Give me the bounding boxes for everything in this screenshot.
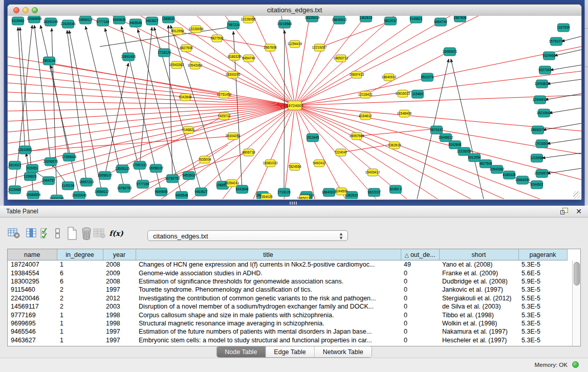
tab-network-table[interactable]: Network Table xyxy=(314,346,372,357)
table-cell[interactable]: 5.9E-5 xyxy=(518,277,567,286)
table-cell[interactable]: 1998 xyxy=(103,319,136,327)
table-cell[interactable]: 1 xyxy=(57,260,103,269)
table-cell[interactable]: 5.3E-5 xyxy=(518,311,567,319)
citation-edge-red[interactable] xyxy=(365,53,447,95)
table-cell[interactable]: Wolkin et al. (1998) xyxy=(439,319,518,327)
citation-edge-red[interactable] xyxy=(253,16,295,105)
table-cell[interactable]: Tibbo et al. (1998) xyxy=(439,311,518,319)
column-header-name[interactable]: name xyxy=(8,249,57,260)
citation-edge-red[interactable] xyxy=(8,65,295,105)
table-cell[interactable]: 1 xyxy=(57,311,103,319)
row-height-button[interactable] xyxy=(51,226,64,240)
table-cell[interactable]: 1997 xyxy=(103,286,136,294)
tab-node-table[interactable]: Node Table xyxy=(216,346,265,357)
citation-edge-red[interactable] xyxy=(113,16,295,105)
citation-edge-red[interactable] xyxy=(295,16,366,105)
table-cell[interactable]: 9115460 xyxy=(8,286,57,294)
table-cell[interactable]: 0 xyxy=(401,277,439,286)
column-header-out_de[interactable]: △out_de... xyxy=(401,249,439,260)
column-header-in_degree[interactable]: in_degree xyxy=(57,249,103,260)
table-cell[interactable]: 2 xyxy=(57,302,103,311)
table-cell[interactable]: Embryonic stem cells: a model to study s… xyxy=(136,336,401,344)
table-cell[interactable]: 0 xyxy=(401,294,439,302)
table-cell[interactable]: 9463627 xyxy=(8,336,57,344)
tab-edge-table[interactable]: Edge Table xyxy=(265,346,314,357)
table-cell[interactable]: 9699695 xyxy=(8,319,57,327)
table-cell[interactable]: Tourette syndrome. Phenomenology and cla… xyxy=(136,286,401,294)
table-cell[interactable]: Stergiakouli et al. (2012) xyxy=(439,294,518,302)
citation-edge-black[interactable] xyxy=(547,79,581,84)
table-cell[interactable]: Estimation of the future numbers of pati… xyxy=(136,327,401,336)
citation-edge-red[interactable] xyxy=(295,16,338,105)
citation-edge-black[interactable] xyxy=(168,25,172,179)
table-selector-dropdown[interactable]: citations_edges.txt ▲▼ xyxy=(147,230,348,241)
table-cell[interactable]: Estimation of significance thresholds fo… xyxy=(136,277,401,286)
citation-edge-black[interactable] xyxy=(549,108,581,113)
citation-edge-red[interactable] xyxy=(284,105,295,199)
table-cell[interactable]: 9465546 xyxy=(8,327,57,336)
column-header-title[interactable]: title xyxy=(136,249,401,260)
table-cell[interactable]: 0 xyxy=(401,311,439,319)
attribute-table[interactable]: namein_degreeyeartitle△out_de...shortpag… xyxy=(8,249,568,344)
table-cell[interactable]: 18724007 xyxy=(8,260,57,269)
citation-edge-black[interactable] xyxy=(105,63,128,176)
citation-edge-red[interactable] xyxy=(295,16,478,105)
table-cell[interactable]: 0 xyxy=(401,336,439,344)
table-cell[interactable]: 0 xyxy=(401,319,439,327)
table-cell[interactable]: 19384554 xyxy=(8,269,57,277)
table-row[interactable]: 946554611997Estimation of the future num… xyxy=(8,327,567,336)
create-new-column-button[interactable] xyxy=(66,226,79,240)
citation-edge-black[interactable] xyxy=(547,168,581,173)
table-row[interactable]: 1456911722003Disruption of a novel membe… xyxy=(8,302,567,311)
table-cell[interactable]: Genome-wide association studies in ADHD. xyxy=(136,269,401,277)
citation-edge-black[interactable] xyxy=(51,65,69,157)
table-cell[interactable]: 1 xyxy=(57,327,103,336)
table-cell[interactable]: 6 xyxy=(57,269,103,277)
table-row[interactable]: 1872400712008Changes of HCN gene express… xyxy=(8,260,567,269)
network-window-titlebar[interactable]: citations_edges.txt xyxy=(8,5,581,16)
table-settings-button[interactable] xyxy=(7,226,20,240)
table-cell[interactable]: Hescheler et al. (1997) xyxy=(439,336,518,344)
table-cell[interactable]: 5.3E-5 xyxy=(518,302,567,311)
citation-edge-black[interactable] xyxy=(545,94,581,100)
table-row[interactable]: 1938455462009Genome-wide association stu… xyxy=(8,269,567,277)
table-cell[interactable]: 1997 xyxy=(103,336,136,344)
float-panel-icon[interactable] xyxy=(560,208,568,214)
split-pane-grip[interactable] xyxy=(290,202,298,205)
table-cell[interactable]: Franke et al. (2009) xyxy=(439,269,518,277)
table-cell[interactable]: Disruption of a novel member of a sodium… xyxy=(136,302,401,311)
table-cell[interactable]: Investigating the contribution of common… xyxy=(136,294,401,302)
table-row[interactable]: 969969511998Structural magnetic resonanc… xyxy=(8,319,567,327)
citation-edge-black[interactable] xyxy=(543,123,581,130)
table-cell[interactable]: 6 xyxy=(57,277,103,286)
table-row[interactable]: 911546021997Tourette syndrome. Phenomeno… xyxy=(8,286,567,294)
citation-edge-red[interactable] xyxy=(253,105,295,199)
table-cell[interactable]: 1997 xyxy=(103,327,136,336)
table-cell[interactable]: 22420046 xyxy=(8,294,57,302)
table-cell[interactable]: Nakamura et al. (1997) xyxy=(439,327,518,336)
citation-edge-red[interactable] xyxy=(8,105,295,111)
table-cell[interactable]: 5.3E-5 xyxy=(518,319,567,327)
scrollbar-thumb[interactable] xyxy=(574,262,580,286)
table-cell[interactable]: 0 xyxy=(401,286,439,294)
table-row[interactable]: 977716911998Corpus callosum shape and si… xyxy=(8,311,567,319)
table-cell[interactable]: 2 xyxy=(57,286,103,294)
function-builder-button[interactable]: f(x) xyxy=(110,226,123,240)
table-cell[interactable]: 2008 xyxy=(103,260,136,269)
citation-edge-black[interactable] xyxy=(561,36,581,41)
citation-edge-red[interactable] xyxy=(295,105,540,199)
table-cell[interactable]: 0 xyxy=(401,302,439,311)
table-cell[interactable]: Dudbridge et al. (2008) xyxy=(439,277,518,286)
citation-edge-black[interactable] xyxy=(554,50,581,56)
table-cell[interactable]: Changes of HCN gene expression and I(f) … xyxy=(136,260,401,269)
table-cell[interactable]: 5.3E-5 xyxy=(518,260,567,269)
citation-edge-red[interactable] xyxy=(295,105,471,199)
citation-edge-red[interactable] xyxy=(28,136,233,151)
table-cell[interactable]: 2003 xyxy=(103,302,136,311)
citation-edge-black[interactable] xyxy=(451,59,484,199)
citation-edge-red[interactable] xyxy=(341,144,393,152)
citation-edge-red[interactable] xyxy=(8,74,295,105)
column-header-year[interactable]: year xyxy=(103,249,136,260)
table-cell[interactable]: 5.3E-5 xyxy=(518,336,567,344)
table-cell[interactable]: 5.5E-5 xyxy=(518,294,567,302)
